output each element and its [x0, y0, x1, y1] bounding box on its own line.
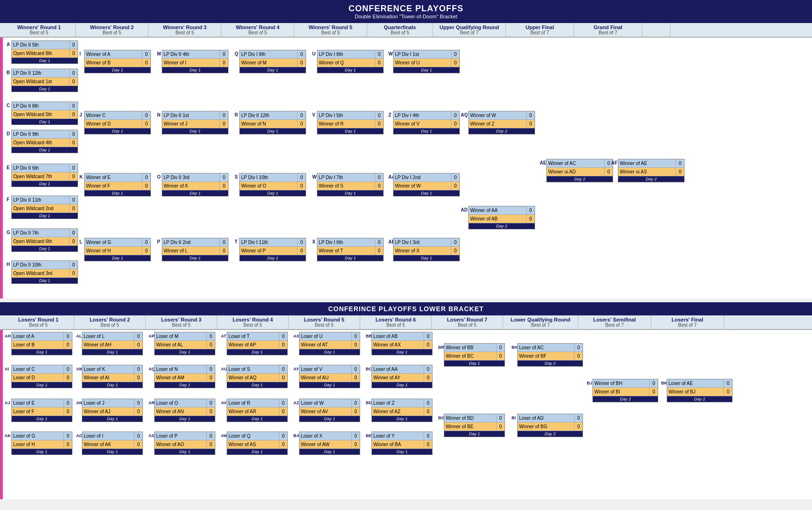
lower-round-header-lf: Losers' Final Best of 7	[651, 315, 724, 329]
lower-title: CONFERINCE PLAYOFFS LOWER BRACKET	[328, 305, 484, 313]
match-AL: Loser of L0 Winner of AH0 Day 1	[82, 332, 143, 355]
match-K: Winner of E0 Winner of F0 Day 1	[84, 173, 151, 196]
match-AI: Loser of C0 Loser of D0 Day 1	[11, 365, 72, 388]
lower-round-header-lsf: Losers' Semifinal Best of 7	[578, 315, 651, 329]
match-AF: Winner of AE0 Winner oi AS0 Day 2	[618, 159, 685, 182]
match-X-label: X	[312, 239, 315, 244]
match-AJ-label: AJ	[5, 400, 10, 405]
match-AQ: Winner of W0 Winner of Z0 Day 2	[468, 111, 535, 134]
match-A-label: A	[7, 41, 10, 47]
match-Z-qf: LP Div I 4th0 Winner of V0 Day 1	[393, 111, 460, 134]
match-AT: Loser of T0 Winner of AP0 Day 1	[227, 332, 288, 355]
match-AF-label: AF	[611, 160, 617, 165]
match-S-label: S	[235, 174, 238, 180]
main-header: CONFERENCE PLAYOFFS Double Elimination "…	[0, 0, 812, 23]
match-AP-label: AP	[149, 333, 155, 338]
lower-round-header-2: Losers' Round 2 Best of 5	[74, 315, 146, 329]
match-L-label: L	[79, 239, 82, 244]
match-AK-label: AK	[5, 432, 11, 438]
match-AK: Loser of G0 Loser of H0 Day 1	[11, 432, 72, 455]
match-L: Winner of G0 Winner of H0 Day 1	[84, 238, 151, 261]
match-N-label: N	[157, 112, 160, 118]
lower-round-header-lqr: Lower Qualifying Round Best of 7	[503, 315, 578, 329]
match-AZ: Loser of W0 Winner of AV0 Day 1	[299, 399, 360, 422]
match-AM: Loser of K0 Winner of AI0 Day 1	[82, 365, 143, 388]
match-LR7-1: Winner of BB0 Winner of BC0 Day 1	[444, 343, 505, 367]
match-F-label: F	[7, 196, 9, 202]
match-E-label: E	[7, 165, 10, 170]
match-J-label: J	[79, 112, 82, 118]
upper-round-header-3: Winners' Round 3 Best of 5	[149, 23, 221, 37]
match-BD: Loser of Z0 Winner of AZ0 Day 1	[371, 399, 433, 422]
match-AZ-label: AZ	[293, 400, 299, 405]
upper-bracket-scroll: Winners' Round 1 Best of 5 Winners' Roun…	[0, 23, 812, 298]
match-R: LP Div II 12th0 Winner of N0 Day 1	[239, 111, 306, 134]
match-H: LP Div II 10th0 Open Wildcard 3rd0 Day 1	[11, 260, 78, 284]
match-E: LP Div II 6th0 Open Wildcard 7th0 Day 1	[11, 164, 78, 187]
match-AL-label: AL	[76, 333, 82, 338]
upper-round-header-uqr: Upper Qualifying Round Best of 7	[433, 23, 506, 37]
match-AY: Loser of V0 Winner of AU0 Day 1	[299, 365, 360, 388]
match-AH-label: AH	[5, 333, 11, 338]
lower-round-header-3: Losers' Round 3 Best of 5	[146, 315, 217, 329]
match-BJ-label: BJ	[587, 380, 592, 385]
match-AS-lower: Loser of P0 Winner of AO0 Day 1	[154, 432, 215, 455]
match-AE-label: AE	[540, 160, 546, 165]
match-O-label: O	[157, 174, 161, 180]
match-V-label: V	[312, 112, 315, 118]
match-BE: Loser of Y0 Winner of BA0 Day 1	[371, 432, 433, 455]
match-AX: Loser of U0 Winner of AT0 Day 1	[299, 332, 360, 355]
match-AB-qf: LP Div I 3rd0 Winner of X0 Day 1	[393, 238, 460, 261]
lower-round-header-4: Losers' Round 4 Best of 5	[217, 315, 289, 329]
match-D: LP Div II 9th0 Open Wildcard 4th0 Day 1	[11, 130, 78, 153]
match-X: LP Div I 6th0 Winner of T0 Day 1	[317, 238, 384, 261]
match-B-label: B	[7, 70, 10, 75]
match-BI-label: BI	[512, 415, 516, 420]
match-W-qf: LP Div I 1st0 Winner of U0 Day 1	[393, 50, 460, 73]
match-BG: Winner of BD0 Winner of BE0 Day 1	[444, 414, 505, 437]
match-BK: Loser of AE0 Winner of BJ0 Day 2	[667, 379, 733, 402]
match-B: LP Div II 12th0 Open Wildcard 1st0 Day 1	[11, 69, 78, 92]
match-AU: Loser of S0 Winner of AQ0 Day 1	[227, 365, 288, 388]
match-J: Winner C0 Winner of D0 Day 1	[84, 111, 151, 134]
match-Q: LP Div I 9th0 Winner of M0 Day 1	[239, 50, 306, 73]
match-AQ-label: AQ	[461, 112, 468, 118]
match-N: LP Div II 1st0 Winner of J0 Day 1	[162, 111, 229, 134]
match-AD-label: AD	[461, 207, 467, 212]
match-BA: Loser of X0 Winner of AW0 Day 1	[299, 432, 360, 455]
upper-round-header-gf: Grand Final Best of 7	[574, 23, 642, 37]
pink-bar-upper	[0, 38, 3, 298]
lower-bracket-header: CONFERINCE PLAYOFFS LOWER BRACKET	[0, 302, 812, 315]
match-AT-label: AT	[221, 333, 226, 338]
match-BC: Loser of AA0 Winner of AY0 Day 1	[371, 365, 433, 388]
match-H-label: H	[7, 261, 10, 267]
match-W-qf-label: W	[388, 51, 393, 56]
match-W-r5-label: W	[312, 174, 316, 180]
upper-bracket-body: A LP Div II 5th0 Open Wildcard 8th0 Day …	[0, 38, 812, 298]
subtitle: Double Elimination "Tower-of-Doom" Brack…	[2, 14, 810, 19]
lower-round-header-5: Losers' Round 5 Best of 5	[289, 315, 360, 329]
match-BI: Loser of AD0 Winner of BG0 Day 2	[517, 414, 583, 437]
match-I-label: I	[79, 51, 81, 56]
upper-round-header-2: Winners' Round 2 Best of 5	[76, 23, 149, 37]
pink-bar-lower	[0, 330, 3, 499]
upper-round-header-qf: Quarterfinals Best of 5	[367, 23, 433, 37]
upper-round-header-1: Winners' Round 1 Best of 5	[3, 23, 76, 37]
match-Q-label: Q	[235, 51, 238, 56]
upper-bracket-area: Winners' Round 1 Best of 5 Winners' Roun…	[0, 23, 812, 298]
match-AD: Winner of AA0 Winner of AB0 Day 2	[468, 206, 535, 229]
match-BE-label: BE	[366, 432, 372, 438]
match-V: LP Div I 5th0 Winner of R0 Day 1	[317, 111, 384, 134]
match-AY-label: AY	[293, 366, 299, 371]
match-T-label: T	[235, 239, 237, 244]
match-AE: Winner of AC0 Winner oi AD0 Day 2	[546, 159, 613, 182]
match-M: LP Div II 4th0 Winner of I0 Day 1	[162, 50, 229, 73]
lower-bracket-body: AH Loser of A0 Loser of B0 Day 1 AI Lose…	[0, 330, 812, 499]
match-AI-label: AI	[5, 366, 9, 371]
match-AX-label: AX	[293, 333, 300, 338]
match-AQ-lower: Loser of N0 Winner of AM0 Day 1	[154, 365, 215, 388]
lower-round-header-1: Losers' Round 1 Best of 5	[3, 315, 74, 329]
upper-round-header-5: Winners' Round 5 Best of 5	[294, 23, 367, 37]
match-AH: Loser of A0 Loser of B0 Day 1	[11, 332, 72, 355]
match-I: Winner of A0 Winner of B0 Day 1	[84, 50, 151, 73]
